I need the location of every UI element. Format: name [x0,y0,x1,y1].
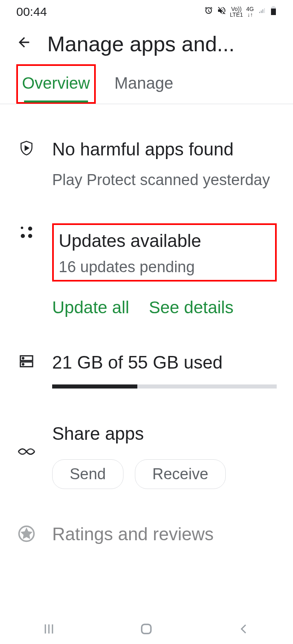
alarm-icon [204,6,214,18]
updates-section[interactable]: Updates available 16 updates pending Upd… [16,191,277,317]
storage-section[interactable]: 21 GB of 55 GB used [16,317,277,389]
tabs: Overview Manage [0,64,293,104]
ratings-section[interactable]: Ratings and reviews [16,489,277,547]
receive-button[interactable]: Receive [135,459,226,489]
page-title: Manage apps and... [47,32,277,56]
send-button[interactable]: Send [52,459,123,489]
back-button[interactable] [16,34,33,54]
share-icon [16,421,37,489]
storage-icon [16,350,37,389]
status-bar: 00:44 Vo))LTE1 4G↓↑ [0,0,293,24]
play-protect-title: No harmful apps found [52,137,277,162]
update-all-button[interactable]: Update all [52,298,129,317]
updates-highlight: Updates available 16 updates pending [52,223,277,282]
svg-point-2 [22,357,24,358]
svg-rect-8 [142,624,151,633]
mute-icon [217,6,227,18]
ratings-title: Ratings and reviews [52,522,277,547]
volte-icon: Vo))LTE1 [230,6,243,17]
share-apps-section: Share apps Send Receive [16,389,277,489]
navigation-bar [0,613,293,644]
storage-title: 21 GB of 55 GB used [52,350,277,375]
recents-button[interactable] [41,621,57,637]
tab-manage[interactable]: Manage [110,64,178,104]
star-icon [16,522,37,547]
updates-title: Updates available [59,228,270,253]
status-time: 00:44 [16,5,47,19]
signal-icon [257,6,267,18]
share-title: Share apps [52,421,277,446]
updates-icon [16,223,37,317]
data-icon: 4G↓↑ [246,6,254,17]
svg-point-3 [22,363,24,365]
play-protect-subtitle: Play Protect scanned yesterday [52,169,277,191]
header: Manage apps and... [0,24,293,64]
play-protect-section[interactable]: No harmful apps found Play Protect scann… [16,104,277,191]
battery-icon [270,6,277,18]
status-icons: Vo))LTE1 4G↓↑ [204,6,277,18]
storage-progress-bar [52,384,277,389]
see-details-button[interactable]: See details [149,298,234,317]
home-button[interactable] [138,621,154,637]
back-nav-button[interactable] [236,621,252,637]
shield-icon [16,137,37,191]
updates-subtitle: 16 updates pending [59,256,270,278]
storage-progress-fill [52,384,137,389]
tab-overview[interactable]: Overview [16,64,96,104]
